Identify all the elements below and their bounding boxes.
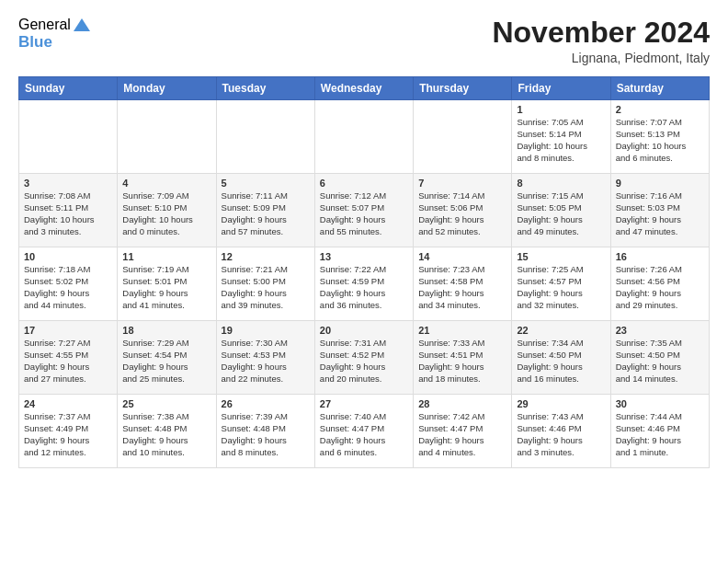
day-number: 27 — [320, 398, 408, 409]
col-monday: Monday — [118, 77, 216, 100]
table-row: 11Sunrise: 7:19 AM Sunset: 5:01 PM Dayli… — [118, 247, 216, 321]
col-tuesday: Tuesday — [216, 77, 314, 100]
day-info: Sunrise: 7:08 AM Sunset: 5:11 PM Dayligh… — [24, 190, 112, 237]
header-row: Sunday Monday Tuesday Wednesday Thursday… — [19, 77, 710, 100]
table-row: 29Sunrise: 7:43 AM Sunset: 4:46 PM Dayli… — [512, 395, 610, 468]
table-row: 23Sunrise: 7:35 AM Sunset: 4:50 PM Dayli… — [610, 321, 709, 395]
day-info: Sunrise: 7:22 AM Sunset: 4:59 PM Dayligh… — [320, 264, 408, 311]
day-info: Sunrise: 7:31 AM Sunset: 4:52 PM Dayligh… — [320, 338, 408, 385]
table-row: 18Sunrise: 7:29 AM Sunset: 4:54 PM Dayli… — [118, 321, 216, 395]
day-info: Sunrise: 7:39 AM Sunset: 4:48 PM Dayligh… — [222, 411, 310, 458]
table-row: 2Sunrise: 7:07 AM Sunset: 5:13 PM Daylig… — [610, 100, 709, 174]
day-number: 28 — [418, 398, 506, 409]
day-info: Sunrise: 7:12 AM Sunset: 5:07 PM Dayligh… — [320, 190, 408, 237]
table-row — [414, 100, 512, 174]
day-info: Sunrise: 7:19 AM Sunset: 5:01 PM Dayligh… — [122, 264, 210, 311]
logo-icon — [74, 18, 90, 31]
calendar-week-1: 1Sunrise: 7:05 AM Sunset: 5:14 PM Daylig… — [19, 100, 710, 174]
calendar-week-5: 24Sunrise: 7:37 AM Sunset: 4:49 PM Dayli… — [19, 395, 710, 468]
table-row: 30Sunrise: 7:44 AM Sunset: 4:46 PM Dayli… — [610, 395, 709, 468]
day-info: Sunrise: 7:29 AM Sunset: 4:54 PM Dayligh… — [122, 338, 210, 385]
day-number: 2 — [616, 104, 704, 115]
day-info: Sunrise: 7:30 AM Sunset: 4:53 PM Dayligh… — [222, 338, 310, 385]
day-number: 22 — [517, 325, 605, 336]
logo-general: General — [18, 17, 71, 33]
logo-blue-text: Blue — [18, 33, 52, 52]
day-info: Sunrise: 7:11 AM Sunset: 5:09 PM Dayligh… — [222, 190, 310, 237]
table-row: 6Sunrise: 7:12 AM Sunset: 5:07 PM Daylig… — [314, 174, 413, 247]
table-row: 14Sunrise: 7:23 AM Sunset: 4:58 PM Dayli… — [414, 247, 512, 321]
day-number: 12 — [222, 251, 310, 262]
day-number: 29 — [517, 398, 605, 409]
table-row — [19, 100, 118, 174]
table-row: 20Sunrise: 7:31 AM Sunset: 4:52 PM Dayli… — [314, 321, 413, 395]
day-info: Sunrise: 7:42 AM Sunset: 4:47 PM Dayligh… — [418, 411, 506, 458]
day-info: Sunrise: 7:14 AM Sunset: 5:06 PM Dayligh… — [418, 190, 506, 237]
col-wednesday: Wednesday — [314, 77, 413, 100]
table-row: 1Sunrise: 7:05 AM Sunset: 5:14 PM Daylig… — [512, 100, 610, 174]
day-number: 10 — [24, 251, 112, 262]
day-number: 6 — [320, 178, 408, 189]
day-number: 13 — [320, 251, 408, 262]
col-sunday: Sunday — [19, 77, 118, 100]
day-number: 3 — [24, 178, 112, 189]
table-row: 3Sunrise: 7:08 AM Sunset: 5:11 PM Daylig… — [19, 174, 118, 247]
day-info: Sunrise: 7:34 AM Sunset: 4:50 PM Dayligh… — [517, 338, 605, 385]
day-info: Sunrise: 7:37 AM Sunset: 4:49 PM Dayligh… — [24, 411, 112, 458]
day-info: Sunrise: 7:18 AM Sunset: 5:02 PM Dayligh… — [24, 264, 112, 311]
table-row: 27Sunrise: 7:40 AM Sunset: 4:47 PM Dayli… — [314, 395, 413, 468]
day-info: Sunrise: 7:43 AM Sunset: 4:46 PM Dayligh… — [517, 411, 605, 458]
day-info: Sunrise: 7:21 AM Sunset: 5:00 PM Dayligh… — [222, 264, 310, 311]
month-title: November 2024 — [492, 17, 710, 49]
col-saturday: Saturday — [610, 77, 709, 100]
table-row: 28Sunrise: 7:42 AM Sunset: 4:47 PM Dayli… — [414, 395, 512, 468]
day-number: 30 — [616, 398, 704, 409]
table-row: 10Sunrise: 7:18 AM Sunset: 5:02 PM Dayli… — [19, 247, 118, 321]
day-number: 16 — [616, 251, 704, 262]
table-row: 12Sunrise: 7:21 AM Sunset: 5:00 PM Dayli… — [216, 247, 314, 321]
day-info: Sunrise: 7:05 AM Sunset: 5:14 PM Dayligh… — [517, 117, 605, 164]
table-row — [314, 100, 413, 174]
day-number: 17 — [24, 325, 112, 336]
day-number: 24 — [24, 398, 112, 409]
table-row: 25Sunrise: 7:38 AM Sunset: 4:48 PM Dayli… — [118, 395, 216, 468]
day-info: Sunrise: 7:27 AM Sunset: 4:55 PM Dayligh… — [24, 338, 112, 385]
logo: General Blue — [18, 17, 90, 52]
table-row: 13Sunrise: 7:22 AM Sunset: 4:59 PM Dayli… — [314, 247, 413, 321]
day-number: 14 — [418, 251, 506, 262]
day-number: 8 — [517, 178, 605, 189]
table-row — [118, 100, 216, 174]
logo-text: General — [18, 17, 90, 33]
table-row: 24Sunrise: 7:37 AM Sunset: 4:49 PM Dayli… — [19, 395, 118, 468]
day-info: Sunrise: 7:23 AM Sunset: 4:58 PM Dayligh… — [418, 264, 506, 311]
day-number: 11 — [122, 251, 210, 262]
day-info: Sunrise: 7:09 AM Sunset: 5:10 PM Dayligh… — [122, 190, 210, 237]
table-row: 22Sunrise: 7:34 AM Sunset: 4:50 PM Dayli… — [512, 321, 610, 395]
table-row: 9Sunrise: 7:16 AM Sunset: 5:03 PM Daylig… — [610, 174, 709, 247]
table-row: 5Sunrise: 7:11 AM Sunset: 5:09 PM Daylig… — [216, 174, 314, 247]
calendar-week-3: 10Sunrise: 7:18 AM Sunset: 5:02 PM Dayli… — [19, 247, 710, 321]
day-info: Sunrise: 7:25 AM Sunset: 4:57 PM Dayligh… — [517, 264, 605, 311]
table-row: 21Sunrise: 7:33 AM Sunset: 4:51 PM Dayli… — [414, 321, 512, 395]
title-area: November 2024 Lignana, Piedmont, Italy — [492, 17, 710, 65]
table-row: 15Sunrise: 7:25 AM Sunset: 4:57 PM Dayli… — [512, 247, 610, 321]
col-friday: Friday — [512, 77, 610, 100]
col-thursday: Thursday — [414, 77, 512, 100]
header: General Blue November 2024 Lignana, Pied… — [18, 17, 710, 65]
day-number: 19 — [222, 325, 310, 336]
table-row: 16Sunrise: 7:26 AM Sunset: 4:56 PM Dayli… — [610, 247, 709, 321]
table-row: 7Sunrise: 7:14 AM Sunset: 5:06 PM Daylig… — [414, 174, 512, 247]
day-number: 5 — [222, 178, 310, 189]
day-number: 4 — [122, 178, 210, 189]
day-info: Sunrise: 7:15 AM Sunset: 5:05 PM Dayligh… — [517, 190, 605, 237]
day-number: 15 — [517, 251, 605, 262]
day-number: 20 — [320, 325, 408, 336]
day-info: Sunrise: 7:33 AM Sunset: 4:51 PM Dayligh… — [418, 338, 506, 385]
day-number: 26 — [222, 398, 310, 409]
day-info: Sunrise: 7:16 AM Sunset: 5:03 PM Dayligh… — [616, 190, 704, 237]
location: Lignana, Piedmont, Italy — [492, 51, 710, 65]
day-info: Sunrise: 7:26 AM Sunset: 4:56 PM Dayligh… — [616, 264, 704, 311]
calendar: Sunday Monday Tuesday Wednesday Thursday… — [18, 76, 710, 468]
page: General Blue November 2024 Lignana, Pied… — [0, 0, 728, 485]
table-row: 19Sunrise: 7:30 AM Sunset: 4:53 PM Dayli… — [216, 321, 314, 395]
